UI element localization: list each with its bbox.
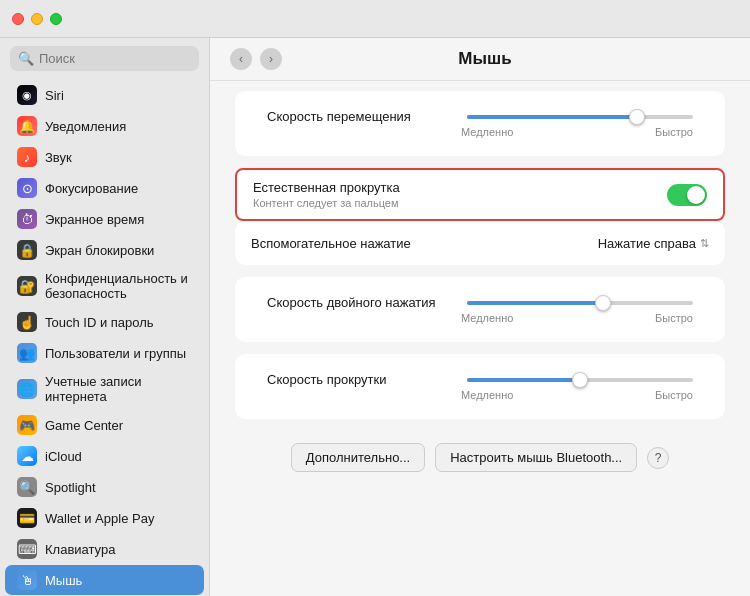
close-button[interactable] [12, 13, 24, 25]
sidebar-item-lock-screen[interactable]: 🔒 Экран блокировки [5, 235, 204, 265]
sidebar-item-keyboard[interactable]: ⌨ Клавиатура [5, 534, 204, 564]
double-click-label: Скорость двойного нажатия [267, 295, 467, 310]
more-button[interactable]: Дополнительно... [291, 443, 425, 472]
back-button[interactable]: ‹ [230, 48, 252, 70]
double-click-section: Скорость двойного нажатия Медленно Быстр… [235, 277, 725, 342]
natural-scroll-label: Естественная прокрутка [253, 180, 667, 195]
double-click-slider[interactable] [467, 301, 693, 305]
sidebar-item-label: Siri [45, 88, 64, 103]
search-input[interactable] [39, 51, 191, 66]
screen-time-icon: ⏱ [17, 209, 37, 229]
sidebar-item-label: Spotlight [45, 480, 96, 495]
minimize-button[interactable] [31, 13, 43, 25]
content-header: ‹ › Мышь [210, 38, 750, 81]
sidebar-item-label: iCloud [45, 449, 82, 464]
sidebar-item-label: Мышь [45, 573, 82, 588]
touchid-icon: ☝ [17, 312, 37, 332]
sidebar-item-label: Конфиденциальность и безопасность [45, 271, 192, 301]
natural-scroll-row: Естественная прокрутка Контент следует з… [237, 170, 723, 219]
sidebar-item-label: Учетные записи интернета [45, 374, 192, 404]
sidebar-item-sound[interactable]: ♪ Звук [5, 142, 204, 172]
scroll-speed-label: Скорость прокрутки [267, 372, 467, 387]
scroll-speed-labels: Медленно Быстро [251, 389, 709, 409]
movement-fast-label: Быстро [655, 126, 693, 138]
sidebar-item-siri[interactable]: ◉ Siri [5, 80, 204, 110]
dropdown-arrows-icon: ⇅ [700, 237, 709, 250]
search-icon: 🔍 [18, 51, 34, 66]
bluetooth-button[interactable]: Настроить мышь Bluetooth... [435, 443, 637, 472]
sidebar-item-privacy[interactable]: 🔐 Конфиденциальность и безопасность [5, 266, 204, 306]
natural-scroll-labels: Естественная прокрутка Контент следует з… [253, 180, 667, 209]
zoom-button[interactable] [50, 13, 62, 25]
main-container: 🔍 ◉ Siri 🔔 Уведомления ♪ Звук ⊙ Фокусиро… [0, 38, 750, 596]
sidebar-item-label: Пользователи и группы [45, 346, 186, 361]
scroll-speed-slider-container: Скорость прокрутки Медленно Быстро [251, 364, 709, 409]
content-area: ‹ › Мышь Скорость перемещения [210, 38, 750, 596]
gamecenter-icon: 🎮 [17, 415, 37, 435]
settings-body: Скорость перемещения Медленно Быстро [210, 81, 750, 494]
sidebar-item-gamecenter[interactable]: 🎮 Game Center [5, 410, 204, 440]
sidebar-item-mouse[interactable]: 🖱 Мышь [5, 565, 204, 595]
scroll-speed-slider[interactable] [467, 378, 693, 382]
forward-button[interactable]: › [260, 48, 282, 70]
sidebar-item-screen-time[interactable]: ⏱ Экранное время [5, 204, 204, 234]
double-click-labels: Медленно Быстро [251, 312, 709, 332]
double-click-slider-row: Скорость двойного нажатия [251, 287, 709, 312]
sidebar-item-label: Звук [45, 150, 72, 165]
scroll-speed-section: Скорость прокрутки Медленно Быстро [235, 354, 725, 419]
toggle-knob [687, 186, 705, 204]
natural-scroll-section: Естественная прокрутка Контент следует з… [235, 168, 725, 221]
natural-scroll-control [667, 184, 707, 206]
siri-icon: ◉ [17, 85, 37, 105]
double-click-slider-container: Скорость двойного нажатия Медленно Быстр… [251, 287, 709, 332]
sidebar-item-label: Touch ID и пароль [45, 315, 154, 330]
sound-icon: ♪ [17, 147, 37, 167]
sidebar-item-spotlight[interactable]: 🔍 Spotlight [5, 472, 204, 502]
scroll-speed-row: Скорость прокрутки Медленно Быстро [235, 354, 725, 419]
help-button[interactable]: ? [647, 447, 669, 469]
page-title: Мышь [290, 49, 680, 69]
movement-speed-slider[interactable] [467, 115, 693, 119]
accounts-icon: 🌐 [17, 379, 37, 399]
double-click-slow-label: Медленно [461, 312, 513, 324]
movement-speed-slider-row: Скорость перемещения [251, 101, 709, 126]
natural-scroll-toggle[interactable] [667, 184, 707, 206]
scroll-slow-label: Медленно [461, 389, 513, 401]
privacy-icon: 🔐 [17, 276, 37, 296]
spotlight-icon: 🔍 [17, 477, 37, 497]
traffic-lights [12, 13, 62, 25]
scroll-speed-slider-row: Скорость прокрутки [251, 364, 709, 389]
keyboard-icon: ⌨ [17, 539, 37, 559]
sidebar-item-notifications[interactable]: 🔔 Уведомления [5, 111, 204, 141]
search-bar[interactable]: 🔍 [10, 46, 199, 71]
sidebar-item-wallet[interactable]: 💳 Wallet и Apple Pay [5, 503, 204, 533]
sidebar-item-icloud[interactable]: ☁ iCloud [5, 441, 204, 471]
movement-speed-section: Скорость перемещения Медленно Быстро [235, 91, 725, 156]
movement-speed-slider-container: Скорость перемещения Медленно Быстро [251, 101, 709, 146]
sidebar-item-label: Клавиатура [45, 542, 115, 557]
secondary-click-label-area: Вспомогательное нажатие [251, 236, 598, 251]
focus-icon: ⊙ [17, 178, 37, 198]
lock-icon: 🔒 [17, 240, 37, 260]
sidebar-item-label: Wallet и Apple Pay [45, 511, 154, 526]
secondary-click-value: Нажатие справа [598, 236, 696, 251]
icloud-icon: ☁ [17, 446, 37, 466]
mouse-icon: 🖱 [17, 570, 37, 590]
movement-slow-label: Медленно [461, 126, 513, 138]
users-icon: 👥 [17, 343, 37, 363]
sidebar-item-touchid[interactable]: ☝ Touch ID и пароль [5, 307, 204, 337]
sidebar-item-users[interactable]: 👥 Пользователи и группы [5, 338, 204, 368]
notif-icon: 🔔 [17, 116, 37, 136]
sidebar-item-label: Game Center [45, 418, 123, 433]
scroll-fast-label: Быстро [655, 389, 693, 401]
movement-speed-labels: Медленно Быстро [251, 126, 709, 146]
sidebar-item-focus[interactable]: ⊙ Фокусирование [5, 173, 204, 203]
movement-speed-row: Скорость перемещения Медленно Быстро [235, 91, 725, 156]
sidebar: 🔍 ◉ Siri 🔔 Уведомления ♪ Звук ⊙ Фокусиро… [0, 38, 210, 596]
sidebar-item-accounts[interactable]: 🌐 Учетные записи интернета [5, 369, 204, 409]
sidebar-item-label: Экранное время [45, 212, 144, 227]
secondary-click-dropdown[interactable]: Нажатие справа ⇅ [598, 236, 709, 251]
title-bar [0, 0, 750, 38]
sidebar-item-label: Экран блокировки [45, 243, 154, 258]
secondary-click-row: Вспомогательное нажатие Нажатие справа ⇅ [235, 221, 725, 265]
